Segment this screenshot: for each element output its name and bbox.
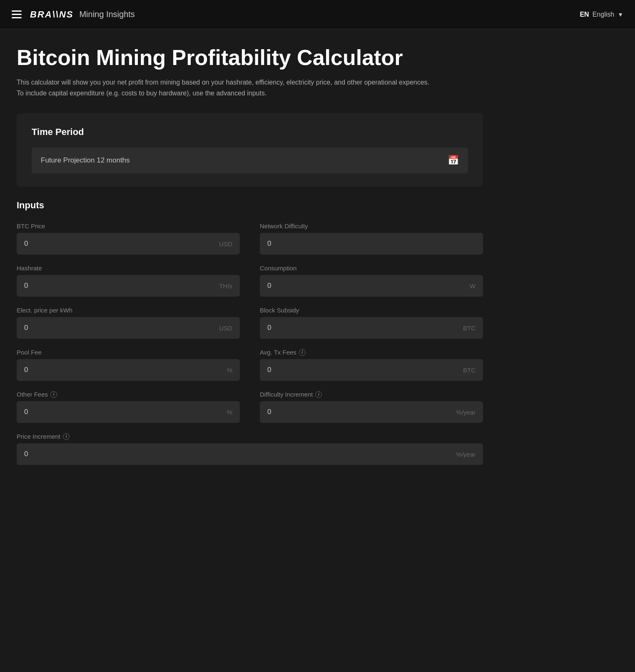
navbar-left: BRA\\NS Mining Insights xyxy=(12,9,135,20)
input-field-hashrate: TH/s xyxy=(17,275,240,297)
input-unit-price-increment: %/year xyxy=(456,451,476,458)
input-consumption[interactable] xyxy=(267,282,466,290)
input-field-pool-fee: % xyxy=(17,359,240,381)
input-group-other-fees: Other Feesi% xyxy=(17,391,240,423)
input-label-block-subsidy: Block Subsidy xyxy=(260,307,483,314)
input-unit-pool-fee: % xyxy=(227,367,232,374)
hamburger-menu-icon[interactable] xyxy=(12,10,22,18)
input-unit-block-subsidy: BTC xyxy=(463,325,476,332)
navbar: BRA\\NS Mining Insights EN English ▼ xyxy=(0,0,635,29)
main-content: Bitcoin Mining Profitability Calculator … xyxy=(0,29,500,490)
input-field-btc-price: USD xyxy=(17,233,240,255)
input-field-consumption: W xyxy=(260,275,483,297)
inputs-title: Inputs xyxy=(17,200,483,211)
input-difficulty-increment[interactable] xyxy=(267,408,453,416)
input-label-elect-price: Elect. price per kWh xyxy=(17,307,240,314)
input-group-price-increment: Price Incrementi%/year xyxy=(17,433,483,465)
input-hashrate[interactable] xyxy=(24,282,216,290)
input-elect-price[interactable] xyxy=(24,324,216,332)
input-label-pool-fee: Pool Fee xyxy=(17,349,240,356)
input-group-consumption: ConsumptionW xyxy=(260,265,483,297)
input-field-difficulty-increment: %/year xyxy=(260,401,483,423)
input-group-btc-price: BTC PriceUSD xyxy=(17,222,240,255)
language-selector[interactable]: EN English ▼ xyxy=(580,11,623,18)
input-label-avg-tx-fees: Avg. Tx Feesi xyxy=(260,349,483,356)
input-unit-difficulty-increment: %/year xyxy=(456,409,476,416)
input-price-increment[interactable] xyxy=(24,450,453,458)
time-period-dropdown[interactable]: Future Projection 12 months 📅 xyxy=(32,147,468,173)
input-unit-hashrate: TH/s xyxy=(219,282,232,290)
input-block-subsidy[interactable] xyxy=(267,324,460,332)
input-other-fees[interactable] xyxy=(24,408,224,416)
input-label-difficulty-increment: Difficulty Incrementi xyxy=(260,391,483,398)
input-label-network-difficulty: Network Difficulty xyxy=(260,222,483,230)
info-icon-other-fees[interactable]: i xyxy=(50,391,57,398)
input-field-block-subsidy: BTC xyxy=(260,317,483,339)
input-field-other-fees: % xyxy=(17,401,240,423)
inputs-grid: BTC PriceUSDNetwork DifficultyHashrateTH… xyxy=(17,222,483,465)
language-label: English xyxy=(593,11,614,18)
input-group-network-difficulty: Network Difficulty xyxy=(260,222,483,255)
input-group-block-subsidy: Block SubsidyBTC xyxy=(260,307,483,339)
input-label-other-fees: Other Feesi xyxy=(17,391,240,398)
input-label-btc-price: BTC Price xyxy=(17,222,240,230)
input-label-consumption: Consumption xyxy=(260,265,483,272)
brand-logo: BRA\\NS Mining Insights xyxy=(30,9,135,20)
page-description: This calculator will show you your net p… xyxy=(17,77,433,98)
input-group-hashrate: HashrateTH/s xyxy=(17,265,240,297)
input-group-pool-fee: Pool Fee% xyxy=(17,349,240,381)
input-field-price-increment: %/year xyxy=(17,443,483,465)
input-label-price-increment: Price Incrementi xyxy=(17,433,483,440)
brand-text: BRA\\NS xyxy=(30,9,73,20)
info-icon-difficulty-increment[interactable]: i xyxy=(315,391,322,398)
brand-subtitle: Mining Insights xyxy=(79,10,134,19)
input-label-hashrate: Hashrate xyxy=(17,265,240,272)
input-unit-avg-tx-fees: BTC xyxy=(463,367,476,374)
input-field-elect-price: USD xyxy=(17,317,240,339)
input-pool-fee[interactable] xyxy=(24,366,224,374)
input-group-difficulty-increment: Difficulty Incrementi%/year xyxy=(260,391,483,423)
info-icon-avg-tx-fees[interactable]: i xyxy=(299,349,306,356)
input-unit-consumption: W xyxy=(470,282,476,290)
time-period-section: Time Period Future Projection 12 months … xyxy=(17,113,483,187)
input-network-difficulty[interactable] xyxy=(267,240,476,248)
input-btc-price[interactable] xyxy=(24,240,216,248)
input-group-elect-price: Elect. price per kWhUSD xyxy=(17,307,240,339)
time-period-title: Time Period xyxy=(32,127,468,137)
calendar-icon: 📅 xyxy=(448,155,459,166)
input-unit-elect-price: USD xyxy=(219,325,232,332)
inputs-section: Inputs BTC PriceUSDNetwork DifficultyHas… xyxy=(17,200,483,465)
input-unit-btc-price: USD xyxy=(219,240,232,247)
chevron-down-icon: ▼ xyxy=(618,11,623,18)
input-avg-tx-fees[interactable] xyxy=(267,366,460,374)
info-icon-price-increment[interactable]: i xyxy=(63,433,70,440)
input-field-avg-tx-fees: BTC xyxy=(260,359,483,381)
time-period-selected-label: Future Projection 12 months xyxy=(41,156,130,165)
input-unit-other-fees: % xyxy=(227,409,232,416)
input-group-avg-tx-fees: Avg. Tx FeesiBTC xyxy=(260,349,483,381)
input-field-network-difficulty xyxy=(260,233,483,255)
language-code: EN xyxy=(580,11,589,18)
page-title: Bitcoin Mining Profitability Calculator xyxy=(17,46,483,70)
